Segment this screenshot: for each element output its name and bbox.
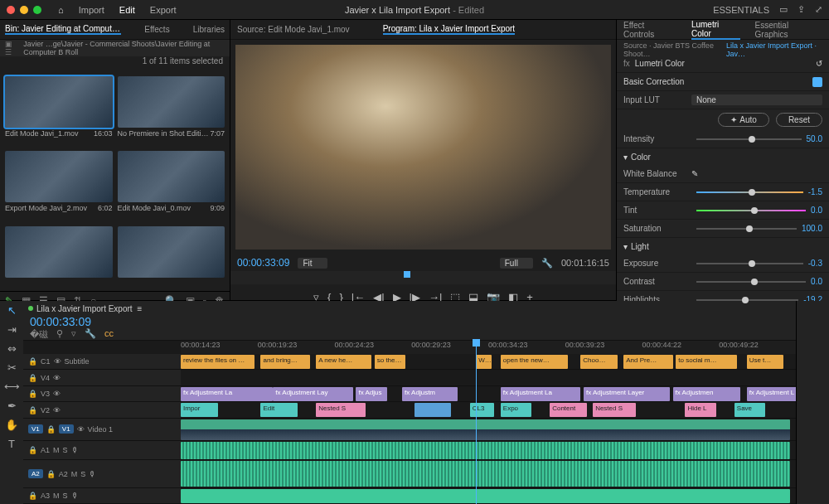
monitor-ruler[interactable] [230,271,616,284]
nested-clip[interactable]: Impor [181,403,218,417]
auto-button[interactable]: ✦Auto [718,113,769,127]
slip-tool-icon[interactable]: ⟷ [4,380,20,393]
contrast-slider[interactable] [696,281,806,283]
tab-effect-controls[interactable]: Effect Controls [623,21,676,39]
temp-slider[interactable] [696,191,803,193]
seq-link[interactable]: Lila x Javier Import Export · Jav… [726,41,822,53]
workspace-label[interactable]: ESSENTIALS [713,5,769,15]
tab-menu-icon[interactable]: ≡ [138,304,143,313]
program-tab[interactable]: Program: Lila x Javier Import Export [383,24,516,35]
ripple-tool-icon[interactable]: ⇔ [7,342,17,355]
nested-clip[interactable]: Nested S [316,403,365,417]
chevron-down-icon[interactable]: ▾ [623,242,628,251]
settings-icon[interactable]: 🔧 [85,328,96,341]
link-icon[interactable]: ⚲ [56,328,63,341]
contrast-value[interactable]: 0.0 [811,277,822,286]
adjustment-clip[interactable]: fx Adjustment Layer [584,387,670,401]
exposure-value[interactable]: -0.3 [808,259,822,268]
reset-fx-icon[interactable]: ↺ [816,59,822,68]
caption-clip[interactable]: open the new… [501,355,569,369]
program-viewer[interactable] [235,45,611,250]
caption-icon[interactable]: cc [104,328,114,341]
temp-value[interactable]: -1.5 [808,187,822,196]
home-icon[interactable]: ⌂ [58,5,64,15]
caption-clip[interactable]: so the… [375,355,405,369]
basic-enable-checkbox[interactable] [812,77,822,87]
nested-clip[interactable]: Save [734,403,765,417]
playhead[interactable] [476,341,477,504]
pen-tool-icon[interactable]: ✒ [7,400,17,412]
highlights-slider[interactable] [696,299,798,301]
nested-clip[interactable]: CL3 [470,403,495,417]
caption-clip[interactable]: Choo… [580,355,618,369]
source-tab[interactable]: Source: Edit Mode Javi_1.mov [237,25,350,34]
caption-clip[interactable]: And Pre… [623,355,672,369]
type-tool-icon[interactable]: T [8,438,15,450]
clip-thumb[interactable] [118,226,225,286]
adjustment-clip[interactable]: fx Adjus [356,387,386,401]
clip-thumb[interactable] [5,226,113,286]
caption-clip[interactable]: A new he… [316,355,371,369]
adjustment-clip[interactable]: fx Adjustment L [747,387,796,401]
intensity-slider[interactable] [696,138,802,140]
section-basic[interactable]: Basic Correction [623,77,684,86]
clip-thumb[interactable]: Edit Mode Javi_1.mov16:03 [5,76,113,146]
menu-export[interactable]: Export [150,5,177,15]
clip-thumb[interactable]: Export Mode Javi_2.mov6:02 [5,151,113,220]
caption-clip[interactable]: and bring… [260,355,309,369]
timeline-timecode[interactable]: 00:00:33:09 [23,315,181,328]
tint-value[interactable]: 0.0 [811,206,822,215]
fx-badge[interactable]: fx [623,59,630,68]
exposure-slider[interactable] [696,263,803,264]
nested-clip[interactable]: Content [550,403,587,417]
adjustment-clip[interactable]: fx Adjustment La [181,387,273,401]
nested-clip[interactable] [414,403,452,417]
track-select-icon[interactable]: ⇥ [7,323,17,336]
intensity-value[interactable]: 50.0 [807,134,822,143]
breadcrumb[interactable]: ▣ ☰ Javier …ge\Javier - Commercial Shoot… [0,40,230,56]
maximize-window[interactable] [33,6,41,14]
caption-clip[interactable]: W… [476,355,492,369]
razor-tool-icon[interactable]: ✂ [7,361,17,374]
share-icon[interactable]: ⇪ [797,4,805,15]
sat-slider[interactable] [696,228,797,230]
nested-clip[interactable]: Hide L [685,403,715,417]
workspace-icon[interactable]: ▭ [779,4,788,15]
fullscreen-icon[interactable]: ⤢ [815,4,822,15]
chevron-down-icon[interactable]: ▾ [623,153,628,162]
full-dropdown[interactable]: Full [500,258,533,269]
timecode-left[interactable]: 00:00:33:09 [237,257,289,269]
adjustment-clip[interactable]: fx Adjustment Lay [273,387,352,401]
tab-bin[interactable]: Bin: Javier Editing at Computer B Roll [5,24,121,35]
section-light[interactable]: Light [631,242,649,251]
lut-dropdown[interactable]: None [691,94,822,105]
adjustment-clip[interactable]: fx Adjustmen [673,387,741,401]
menu-edit[interactable]: Edit [119,5,135,15]
snap-icon[interactable]: �磁 [30,328,48,341]
tint-slider[interactable] [696,210,806,211]
tab-effects[interactable]: Effects [144,25,169,34]
tab-libraries[interactable]: Libraries [193,25,225,34]
clip-thumb[interactable]: Edit Mode Javi_0.mov9:09 [118,151,225,220]
menu-import[interactable]: Import [79,5,104,15]
close-window[interactable] [7,6,15,14]
adjustment-clip[interactable]: fx Adjustm [402,387,458,401]
tab-essential-graphics[interactable]: Essential Graphics [755,21,822,39]
caption-clip[interactable]: Use t… [747,355,784,369]
clip-thumb[interactable]: No Premiere in Shot Editi…7:07 [118,76,225,146]
adjustment-clip[interactable]: fx Adjustment La [501,387,580,401]
hand-tool-icon[interactable]: ✋ [5,419,18,431]
eyedropper-icon[interactable]: ✎ [691,169,698,178]
caption-clip[interactable]: to social m… [676,355,737,369]
tab-lumetri-color[interactable]: Lumetri Color [691,20,740,40]
fit-dropdown[interactable]: Fit [298,258,327,269]
minimize-window[interactable] [20,6,28,14]
nested-clip[interactable]: Edit [260,403,298,417]
section-color[interactable]: Color [631,153,651,162]
wrench-icon[interactable]: 🔧 [541,258,553,269]
timeline-ruler[interactable]: 00:00:14:2300:00:19:2300:00:24:2300:00:2… [181,341,796,354]
nested-clip[interactable]: Expo [501,403,531,417]
sat-value[interactable]: 100.0 [802,224,822,233]
sequence-tab[interactable]: Lila x Javier Import Export ≡ [23,301,796,316]
marker-icon[interactable]: ▿ [71,328,76,341]
